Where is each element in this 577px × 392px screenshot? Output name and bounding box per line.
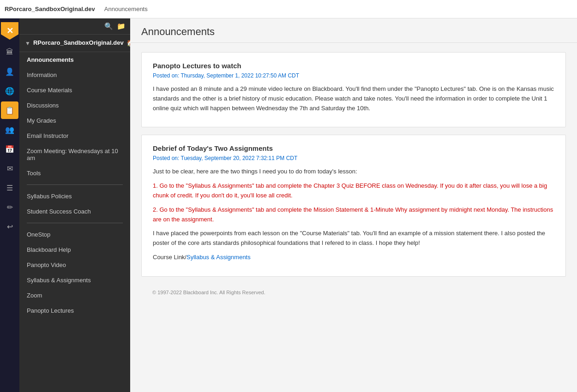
page-title: Announcements — [141, 26, 566, 38]
announcement-line2: 1. Go to the "Syllabus & Assignments" ta… — [153, 181, 554, 201]
pencil-icon-btn[interactable]: ✏ — [1, 198, 18, 216]
sidebar-item-student-success-coach[interactable]: Student Success Coach — [19, 204, 130, 219]
sidebar-item-syllabus-assignments[interactable]: Syllabus & Assignments — [19, 273, 130, 288]
main-layout: ✕ 🏛 👤 🌐 📋 👥 📅 ✉ ☰ ✏ ↩ 🔍 📁 ▼ RPorcaro_San… — [0, 18, 577, 392]
sidebar-item-my-grades[interactable]: My Grades — [19, 113, 130, 128]
sidebar-item-email-instructor[interactable]: Email Instructor — [19, 128, 130, 143]
announcement-line1: Just to be clear, here are the two thing… — [153, 167, 554, 177]
sidebar-divider-2 — [27, 223, 123, 223]
sidebar-item-panopto-lectures[interactable]: Panopto Lectures — [19, 303, 130, 318]
announcement-date-1: Posted on: Thursday, September 1, 2022 1… — [153, 72, 554, 79]
announcement-body-1: I have posted an 8 minute and a 29 minut… — [153, 84, 554, 113]
sidebar-toolbar: 🔍 📁 — [19, 18, 130, 35]
course-home-icon[interactable]: 🏠 — [126, 39, 130, 47]
content-header: Announcements — [130, 18, 577, 43]
group-icon-btn[interactable]: 👥 — [1, 121, 18, 138]
globe-icon-btn[interactable]: 🌐 — [1, 82, 18, 100]
sidebar-item-information[interactable]: Information — [19, 67, 130, 83]
sidebar-item-announcements[interactable]: Announcements — [19, 52, 130, 67]
calendar-icon-btn[interactable]: 📅 — [1, 140, 18, 158]
home-icon-btn[interactable]: 🏛 — [1, 43, 18, 61]
sidebar-item-syllabus-policies[interactable]: Syllabus Policies — [19, 189, 130, 204]
sidebar-item-panopto-video[interactable]: Panopto Video — [19, 257, 130, 273]
sidebar-item-onestop[interactable]: OneStop — [19, 227, 130, 242]
top-bar: RPorcaro_SandboxOriginal.dev Announcemen… — [0, 0, 577, 18]
search-icon[interactable]: 🔍 — [104, 22, 113, 30]
sidebar-item-blackboard-help[interactable]: Blackboard Help — [19, 242, 130, 257]
course-title-topbar: RPorcaro_SandboxOriginal.dev — [5, 6, 95, 12]
sidebar: 🔍 📁 ▼ RPorcaro_SandboxOriginal.dev 🏠 Ann… — [19, 18, 130, 392]
announcement-card-2: Debrief of Today's Two Assignments Poste… — [141, 135, 566, 276]
folder-icon[interactable]: 📁 — [117, 22, 126, 30]
content-area: Announcements Panopto Lectures to watch … — [130, 18, 577, 392]
announcement-card-1: Panopto Lectures to watch Posted on: Thu… — [141, 52, 566, 127]
document-icon-btn[interactable]: 📋 — [1, 101, 18, 119]
breadcrumb: Announcements — [104, 6, 148, 12]
close-button[interactable]: ✕ — [1, 22, 18, 40]
person-icon-btn[interactable]: 👤 — [1, 63, 18, 80]
syllabus-assignments-link[interactable]: Syllabus & Assignments — [186, 254, 251, 261]
sidebar-item-zoom[interactable]: Zoom — [19, 288, 130, 303]
sidebar-divider-1 — [27, 184, 123, 185]
sidebar-item-discussions[interactable]: Discussions — [19, 98, 130, 113]
announcement-body-2: Just to be clear, here are the two thing… — [153, 167, 554, 262]
collapse-arrow-icon[interactable]: ▼ — [25, 40, 30, 47]
back-icon-btn[interactable]: ↩ — [1, 218, 18, 235]
sidebar-item-tools[interactable]: Tools — [19, 166, 130, 181]
announcement-link-line: Course Link/Syllabus & Assignments — [153, 253, 554, 262]
icon-rail: ✕ 🏛 👤 🌐 📋 👥 📅 ✉ ☰ ✏ ↩ — [0, 18, 19, 392]
footer: © 1997-2022 Blackboard Inc. All Rights R… — [141, 284, 566, 301]
content-body: Panopto Lectures to watch Posted on: Thu… — [130, 43, 577, 392]
announcement-line3: 2. Go to the "Syllabus & Assignments" ta… — [153, 205, 554, 225]
link-prefix: Course Link/ — [153, 254, 186, 261]
list-icon-btn[interactable]: ☰ — [1, 179, 18, 196]
sidebar-course-name: RPorcaro_SandboxOriginal.dev — [33, 39, 124, 47]
sidebar-item-course-materials[interactable]: Course Materials — [19, 83, 130, 98]
mail-icon-btn[interactable]: ✉ — [1, 160, 18, 177]
sidebar-course-header: ▼ RPorcaro_SandboxOriginal.dev 🏠 — [19, 35, 130, 52]
announcement-title-2: Debrief of Today's Two Assignments — [153, 144, 554, 152]
announcement-date-2: Posted on: Tuesday, September 20, 2022 7… — [153, 155, 554, 161]
announcement-title-1: Panopto Lectures to watch — [153, 62, 554, 70]
announcement-line4: I have placed the powerpoints from each … — [153, 229, 554, 248]
sidebar-item-zoom-meeting[interactable]: Zoom Meeting: Wednesdays at 10 am — [19, 143, 130, 166]
